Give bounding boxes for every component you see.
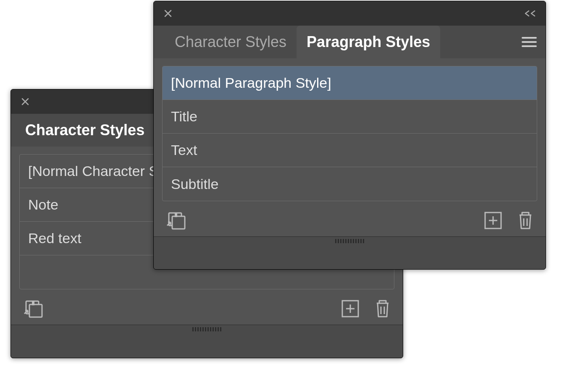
delete-style-icon[interactable] (373, 298, 392, 319)
close-icon[interactable] (18, 95, 32, 108)
paragraph-styles-panel: Character Styles Paragraph Styles [Norma… (153, 1, 546, 270)
list-item[interactable]: [Normal Paragraph Style] (163, 66, 537, 100)
panel-footer (11, 294, 403, 325)
delete-style-icon[interactable] (516, 210, 535, 231)
list-item[interactable]: Subtitle (163, 167, 537, 201)
add-style-icon[interactable] (341, 298, 360, 319)
list-item[interactable]: Text (163, 134, 537, 167)
panel-footer (154, 205, 546, 236)
tab-paragraph-styles[interactable]: Paragraph Styles (297, 26, 440, 58)
tab-character-styles[interactable]: Character Styles (22, 114, 155, 147)
resize-grip[interactable] (154, 236, 546, 245)
resize-grip[interactable] (11, 325, 403, 333)
collapse-panel-icon[interactable] (523, 9, 538, 18)
close-icon[interactable] (161, 7, 175, 20)
load-styles-icon[interactable] (165, 210, 186, 231)
svg-rect-1 (29, 304, 42, 317)
style-list: [Normal Paragraph Style] Title Text Subt… (162, 66, 537, 201)
list-item[interactable]: Title (163, 100, 537, 134)
panel-body: [Normal Paragraph Style] Title Text Subt… (154, 58, 546, 205)
svg-rect-4 (172, 216, 185, 229)
tab-character-styles[interactable]: Character Styles (165, 26, 297, 58)
panel-menu-icon[interactable] (520, 33, 538, 51)
add-style-icon[interactable] (483, 210, 503, 231)
panel-header (154, 1, 546, 26)
load-styles-icon[interactable] (22, 298, 44, 320)
panel-tabs: Character Styles Paragraph Styles (154, 26, 546, 58)
